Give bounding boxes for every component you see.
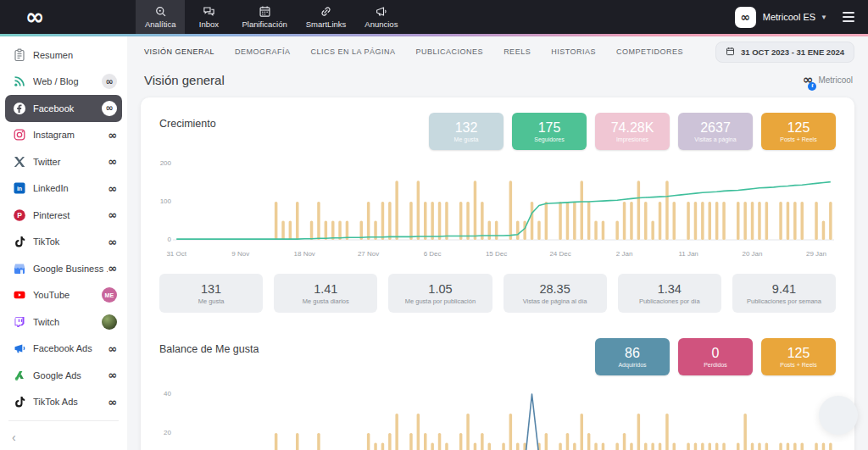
sidebar-item-label: TikTok Ads [33, 397, 108, 407]
sidebar-item-label: Web / Blog [33, 76, 102, 86]
nav-item-smartlinks[interactable]: SmartLinks [297, 0, 356, 34]
sidebar-item-linkedin[interactable]: in LinkedIn ∞ [5, 175, 122, 203]
sidebar-collapse-button[interactable]: ‹ [12, 431, 29, 444]
pinterest-icon: P [12, 208, 26, 222]
y-axis-label: 200 [159, 160, 171, 167]
sidebar-item-label: Pinterest [33, 210, 108, 220]
infinity-badge: ∞ [108, 156, 117, 167]
youtube-icon [12, 288, 26, 303]
megaphone-icon [375, 5, 387, 18]
facebook-badge-icon: f [808, 82, 816, 91]
linkedin-icon: in [12, 181, 26, 196]
overview-card: Crecimiento 132 Me gusta 175 Seguidores … [141, 97, 854, 450]
balance-header: Balance de Me gusta 86 Adquiridos 0 Perd… [159, 338, 836, 375]
clipboard-icon [12, 47, 26, 62]
topbar: ∞ Analítica Inbox Planificación SmartLin… [0, 0, 868, 34]
nav-item-label: Analítica [145, 19, 175, 29]
growth-header: Crecimiento 132 Me gusta 175 Seguidores … [159, 113, 836, 150]
sidebar-item-label: TikTok [33, 236, 108, 247]
calendar-icon [259, 5, 271, 18]
x-axis-label: 6 Dec [424, 250, 442, 258]
brand-gradient-bar [0, 34, 868, 36]
tab-reels[interactable]: REELS [504, 47, 531, 56]
sidebar-item-pinterest[interactable]: P Pinterest ∞ [5, 202, 122, 229]
sidebar-item-label: Twitch [33, 317, 102, 327]
infinity-badge: ∞ [108, 397, 117, 408]
date-range-picker[interactable]: 31 OCT 2023 - 31 ENE 2024 [715, 42, 854, 63]
infinity-badge: ∞ [108, 209, 117, 220]
tab-competidores[interactable]: COMPETIDORES [616, 47, 683, 56]
sidebar-item-twitter[interactable]: Twitter ∞ [5, 148, 122, 175]
infinity-circle-badge: ∞ [102, 74, 117, 89]
tab-clics-en-la-página[interactable]: CLICS EN LA PÁGINA [311, 47, 396, 56]
stat-card-impresiones: 74.28K Impresiones [595, 113, 670, 150]
stat-card-visitas-a-p-gina: 2637 Visitas a página [678, 113, 753, 150]
sidebar-item-facebook-ads[interactable]: Facebook Ads ∞ [5, 336, 122, 363]
sidebar-item-web-blog[interactable]: Web / Blog ∞ [5, 69, 122, 96]
nav-item-anuncios[interactable]: Anuncios [355, 0, 407, 34]
sidebar-item-google-ads[interactable]: Google Ads ∞ [5, 362, 122, 389]
infinity-badge: ∞ [108, 369, 117, 381]
tab-historias[interactable]: HISTORIAS [551, 47, 596, 56]
chevron-down-icon[interactable]: ▼ [821, 14, 827, 21]
floating-bubble[interactable] [819, 396, 858, 435]
chat-icon [203, 5, 215, 18]
stat-card-me-gusta: 132 Me gusta [429, 113, 504, 150]
sidebar-item-label: Google Business ... [33, 264, 108, 274]
analytics-tabs: VISIÓN GENERALDEMOGRAFÍACLICS EN LA PÁGI… [144, 47, 683, 56]
connections-sidebar: Resumen Web / Blog ∞ Facebook ∞ Instagra… [0, 36, 127, 450]
sidebar-item-label: Resumen [33, 50, 117, 60]
infinity-badge: ∞ [108, 130, 117, 141]
tab-demografía[interactable]: DEMOGRAFÍA [235, 47, 291, 56]
avatar-image [102, 314, 117, 330]
account-area: ∞ Metricool ES ▼ [735, 7, 854, 28]
menu-icon[interactable] [843, 12, 854, 22]
x-icon [12, 154, 26, 169]
sidebar-item-label: Instagram [33, 130, 108, 140]
analytics-tabs-row: VISIÓN GENERALDEMOGRAFÍACLICS EN LA PÁGI… [141, 36, 854, 67]
googleads-icon [12, 368, 26, 382]
facebook-icon [12, 101, 26, 115]
brand-watermark: ∞f Metricool [803, 74, 853, 86]
metricool-watermark-icon: ∞f [803, 74, 814, 86]
nav-item-inbox[interactable]: Inbox [185, 0, 232, 34]
balance-chart[interactable]: 4020 [159, 387, 836, 450]
x-axis-label: 9 Nov [231, 250, 249, 258]
stat-card-seguidores: 175 Seguidores [512, 113, 587, 150]
sidebar-item-resumen[interactable]: Resumen [5, 42, 122, 69]
top-navigation: Analítica Inbox Planificación SmartLinks… [136, 0, 407, 34]
x-axis-label: 11 Jan [678, 250, 698, 258]
infinity-badge: ∞ [108, 343, 117, 354]
sidebar-item-facebook[interactable]: Facebook ∞ [5, 95, 122, 122]
sidebar-item-instagram[interactable]: Instagram ∞ [5, 122, 122, 149]
chart-plot [173, 387, 834, 450]
growth-section-title: Crecimiento [159, 118, 216, 130]
nav-item-label: Anuncios [364, 19, 398, 29]
tiktok-icon [12, 395, 26, 409]
sidebar-item-label: YouTube [33, 290, 102, 300]
growth-chart[interactable]: 200100031 Oct9 Nov18 Nov27 Nov6 Dec15 De… [159, 162, 836, 262]
account-brand-logo[interactable]: ∞ [735, 7, 756, 28]
metricool-logo[interactable]: ∞ [25, 2, 45, 32]
sidebar-item-tiktok[interactable]: TikTok ∞ [5, 229, 122, 256]
nav-item-planificacion[interactable]: Planificación [232, 0, 296, 34]
sidebar-item-youtube[interactable]: YouTube ME [5, 282, 122, 309]
infinity-badge: ∞ [108, 236, 117, 247]
infinity-badge: ∞ [108, 263, 117, 274]
tab-visión-general[interactable]: VISIÓN GENERAL [144, 47, 214, 56]
metric-card-vistas-de-p-gina-al-d-a: 28.35 Vistas de página al día [504, 274, 607, 313]
account-name[interactable]: Metricool ES [763, 12, 815, 22]
sidebar-item-tiktok-ads[interactable]: TikTok Ads ∞ [5, 389, 122, 416]
x-axis-label: 18 Nov [294, 250, 315, 258]
stat-card-posts-reels: 125 Posts + Reels [761, 113, 836, 150]
sidebar-item-google-business[interactable]: Google Business ... ∞ [5, 255, 122, 282]
infinity-badge: ∞ [108, 183, 117, 194]
y-axis-label: 40 [159, 391, 171, 397]
main-content: VISIÓN GENERALDEMOGRAFÍACLICS EN LA PÁGI… [127, 36, 868, 450]
sidebar-item-twitch[interactable]: Twitch [5, 308, 122, 336]
x-axis-label: 29 Jan [806, 250, 826, 258]
stat-card-posts-reels: 125 Posts + Reels [761, 338, 836, 375]
nav-item-analitica[interactable]: Analítica [136, 0, 185, 34]
rss-icon [12, 75, 26, 89]
tab-publicaciones[interactable]: PUBLICACIONES [416, 47, 484, 56]
